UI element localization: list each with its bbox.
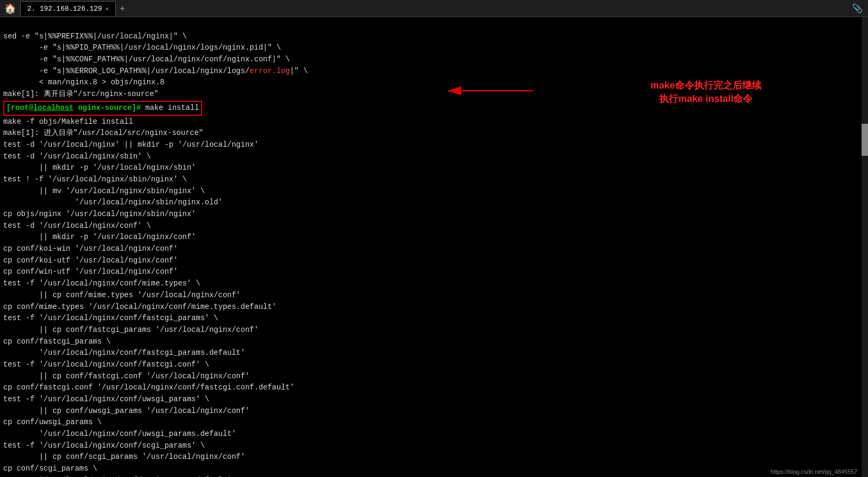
terminal-line-8: make[1]: 进入目录"/usr/local/src/nginx-sourc… [3,129,203,137]
terminal-line-24: test -f '/usr/local/nginx/conf/fastcgi_p… [3,314,218,322]
terminal-line-6: make[1]: 离开目录"/src/nginx-source" [3,90,158,98]
terminal-line-14: '/usr/local/nginx/sbin/nginx.old' [3,198,223,206]
terminal-line-32: || cp conf/uwsgi_params '/usr/local/ngin… [3,407,250,415]
terminal-line-27: '/usr/local/nginx/conf/fastcgi_params.de… [3,348,245,357]
terminal-line-23: cp conf/mime.types '/usr/local/nginx/con… [3,303,276,311]
terminal-line-16: test -d '/usr/local/nginx/conf' \ [3,221,151,230]
terminal-line-29: || cp conf/fastcgi.conf '/usr/local/ngin… [3,372,250,380]
new-tab-button[interactable]: + [116,2,129,15]
terminal-line-31: test -f '/usr/local/nginx/conf/uwsgi_par… [3,395,209,403]
terminal-line-15: cp objs/nginx '/usr/local/nginx/sbin/ngi… [3,210,196,218]
home-icon[interactable]: 🏠 [4,3,16,14]
terminal-line-2: -e "s|%%PID_PATH%%|/usr/local/nginx/logs… [3,43,281,52]
terminal-line-10: test -d '/usr/local/nginx/sbin' \ [3,152,151,161]
terminal-line-7: make -f objs/Makefile install [3,117,133,126]
scrollbar-thumb[interactable] [862,124,868,156]
bottom-url: https://blog.csdn.net/qq_4845557 [770,468,857,475]
terminal-line-36: || cp conf/scgi_params '/usr/local/nginx… [3,452,245,461]
terminal-line-33: cp conf/uwsgi_params \ [3,418,102,426]
terminal-line-12: test ! -f '/usr/local/nginx/sbin/nginx' … [3,175,187,184]
terminal-line-30: cp conf/fastcgi.conf '/usr/local/nginx/c… [3,383,294,392]
terminal-line-21: test -f '/usr/local/nginx/conf/mime.type… [3,279,200,288]
terminal-line-11: || mkdir -p '/usr/local/nginx/sbin' [3,163,196,172]
terminal-line-34: '/usr/local/nginx/conf/uwsgi_params.defa… [3,430,236,438]
active-tab[interactable]: 2. 192.168.126.129 ✕ [20,1,116,16]
terminal-line-5: < man/nginx.8 > objs/nginx.8 [3,78,164,86]
terminal-line-17: || mkdir -p '/usr/local/nginx/conf' [3,233,196,241]
titlebar: 🏠 2. 192.168.126.129 ✕ + 📎 [0,0,868,17]
terminal-line-37: cp conf/scgi_params \ [3,464,97,473]
terminal-area: sed -e "s|%%PREFIX%%|/usr/local/nginx|" … [0,17,868,477]
tab-label: 2. 192.168.126.129 [27,5,102,13]
terminal-line-25: || cp conf/fastcgi_params '/usr/local/ng… [3,325,259,334]
terminal-line-3: -e "s|%%CONF_PATH%%|/usr/local/nginx/con… [3,55,290,63]
terminal-prompt-highlighted: [root@localhost nginx-source]# make inst… [3,101,202,116]
terminal-line-20: cp conf/win-utf '/usr/local/nginx/conf' [3,267,178,276]
terminal-line-35: test -f '/usr/local/nginx/conf/scgi_para… [3,441,205,450]
terminal-line-1: sed -e "s|%%PREFIX%%|/usr/local/nginx|" … [3,32,187,41]
terminal-line-9: test -d '/usr/local/nginx' || mkdir -p '… [3,140,259,149]
terminal-line-18: cp conf/koi-win '/usr/local/nginx/conf' [3,244,178,253]
terminal-line-22: || cp conf/mime.types '/usr/local/nginx/… [3,291,240,299]
terminal-line-19: cp conf/koi-utf '/usr/local/nginx/conf' [3,256,178,265]
scrollbar[interactable] [862,17,868,477]
terminal-line-26: cp conf/fastcgi_params \ [3,337,111,346]
terminal-line-4: -e "s|%%ERROR_LOG_PATH%%|/usr/local/ngin… [3,67,308,75]
terminal-line-28: test -f '/usr/local/nginx/conf/fastcgi.c… [3,360,209,369]
terminal-line-13: || mv '/usr/local/nginx/sbin/nginx' \ [3,187,205,195]
attach-icon[interactable]: 📎 [852,3,863,14]
tab-close-button[interactable]: ✕ [105,5,109,12]
